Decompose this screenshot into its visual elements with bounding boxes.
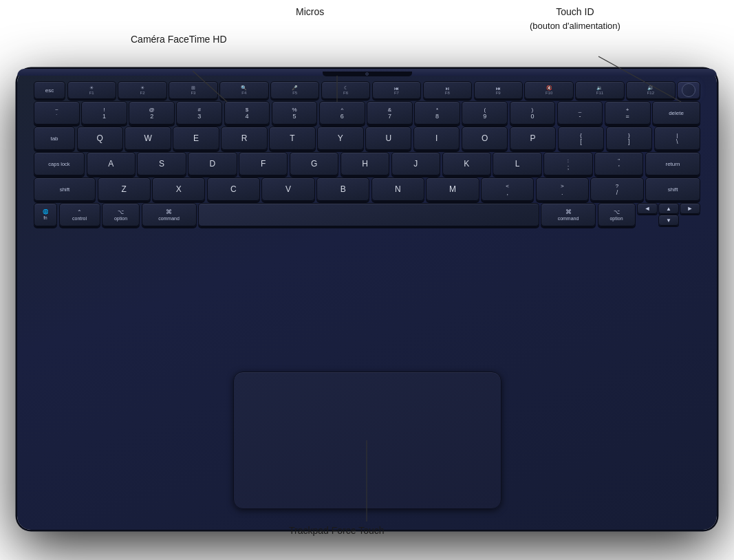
key-option-right[interactable]: ⌥option	[598, 203, 636, 226]
trackpad[interactable]	[233, 371, 501, 509]
key-return[interactable]: return	[645, 152, 700, 175]
zxcv-row: shift Z X C V B N M <, >. ?/ shift	[34, 177, 700, 201]
key-backslash[interactable]: |\	[654, 127, 700, 150]
key-delete[interactable]: delete	[652, 101, 700, 125]
key-o[interactable]: O	[462, 127, 508, 150]
qwerty-row: tab Q W E R T Y U I O P {[ }] |\	[34, 127, 700, 150]
key-t[interactable]: T	[269, 127, 315, 150]
fn-row: esc ☀F1 ☀F2 ⊞F3 🔍F4 🎤F5 ☾F6 ⏮F7 ⏯F8 ⏭F9 …	[34, 81, 700, 99]
key-b[interactable]: B	[316, 177, 369, 201]
key-tab[interactable]: tab	[34, 127, 75, 150]
key-n[interactable]: N	[371, 177, 424, 201]
key-v[interactable]: V	[261, 177, 314, 201]
key-h[interactable]: H	[341, 152, 389, 175]
key-6[interactable]: ^6	[319, 101, 365, 125]
key-control[interactable]: ⌃control	[59, 203, 100, 226]
key-f[interactable]: F	[239, 152, 288, 175]
key-8[interactable]: *8	[414, 101, 460, 125]
key-p[interactable]: P	[510, 127, 556, 150]
key-x[interactable]: X	[152, 177, 205, 201]
key-lbracket[interactable]: {[	[558, 127, 604, 150]
key-left[interactable]: ◄	[637, 203, 658, 214]
key-u[interactable]: U	[365, 127, 411, 150]
key-e[interactable]: E	[173, 127, 219, 150]
key-d[interactable]: D	[188, 152, 237, 175]
key-command-right[interactable]: ⌘command	[541, 203, 596, 226]
label-micros: Micros	[296, 6, 324, 18]
key-comma[interactable]: <,	[481, 177, 534, 201]
key-r[interactable]: R	[221, 127, 267, 150]
key-f9[interactable]: ⏭F9	[474, 81, 523, 99]
key-z[interactable]: Z	[98, 177, 151, 201]
key-fn[interactable]: 🌐fn	[34, 203, 57, 226]
keyboard-region: esc ☀F1 ☀F2 ⊞F3 🔍F4 🎤F5 ☾F6 ⏮F7 ⏯F8 ⏭F9 …	[34, 81, 700, 336]
key-command-left[interactable]: ⌘command	[142, 203, 197, 226]
key-1[interactable]: !1	[81, 101, 127, 125]
key-f7[interactable]: ⏮F7	[372, 81, 421, 99]
key-period[interactable]: >.	[536, 177, 589, 201]
key-rbracket[interactable]: }]	[606, 127, 652, 150]
key-f2[interactable]: ☀F2	[118, 81, 166, 99]
key-f1[interactable]: ☀F1	[67, 81, 116, 99]
key-2[interactable]: @2	[129, 101, 175, 125]
number-row: ~` !1 @2 #3 $4 %5 ^6 &7 *8 (9 )0 _- += d…	[34, 101, 700, 125]
key-option-left[interactable]: ⌥option	[102, 203, 140, 226]
key-f12[interactable]: 🔊F12	[626, 81, 675, 99]
key-f5[interactable]: 🎤F5	[270, 81, 319, 99]
arrow-up-down-group: ▲ ▼	[658, 203, 679, 226]
macbook-body: esc ☀F1 ☀F2 ⊞F3 🔍F4 🎤F5 ☾F6 ⏮F7 ⏯F8 ⏭F9 …	[17, 69, 717, 530]
label-camera: Caméra FaceTime HD	[131, 33, 227, 45]
key-q[interactable]: Q	[77, 127, 123, 150]
key-k[interactable]: K	[442, 152, 491, 175]
key-f3[interactable]: ⊞F3	[169, 81, 217, 99]
key-equals[interactable]: +=	[605, 101, 651, 125]
key-3[interactable]: #3	[176, 101, 222, 125]
arrow-keys-group: ◄ ▲ ▼ ►	[637, 203, 700, 226]
key-slash[interactable]: ?/	[590, 177, 643, 201]
modifier-row: 🌐fn ⌃control ⌥option ⌘command ⌘command ⌥…	[34, 203, 700, 226]
key-c[interactable]: C	[207, 177, 260, 201]
key-4[interactable]: $4	[224, 101, 270, 125]
key-9[interactable]: (9	[462, 101, 508, 125]
asdf-row: caps lock A S D F G H J K L :; "' return	[34, 152, 700, 175]
key-backtick[interactable]: ~`	[34, 101, 80, 125]
key-y[interactable]: Y	[317, 127, 363, 150]
key-s[interactable]: S	[137, 152, 186, 175]
key-m[interactable]: M	[426, 177, 479, 201]
key-down[interactable]: ▼	[658, 215, 679, 226]
key-f11[interactable]: 🔉F11	[575, 81, 624, 99]
key-w[interactable]: W	[125, 127, 171, 150]
touchid-button[interactable]	[677, 81, 700, 99]
key-g[interactable]: G	[290, 152, 338, 175]
label-touchid: Touch ID(bouton d'alimentation)	[530, 6, 620, 32]
key-f6[interactable]: ☾F6	[321, 81, 370, 99]
key-quote[interactable]: "'	[594, 152, 643, 175]
key-5[interactable]: %5	[272, 101, 318, 125]
key-minus[interactable]: _-	[557, 101, 603, 125]
key-i[interactable]: I	[413, 127, 460, 150]
camera-dot	[365, 72, 369, 76]
key-capslock[interactable]: caps lock	[34, 152, 85, 175]
key-f8[interactable]: ⏯F8	[423, 81, 472, 99]
key-semicolon[interactable]: :;	[543, 152, 592, 175]
key-f4[interactable]: 🔍F4	[219, 81, 268, 99]
key-j[interactable]: J	[391, 152, 440, 175]
key-esc[interactable]: esc	[34, 81, 65, 99]
key-right[interactable]: ►	[680, 203, 700, 214]
camera-bar	[323, 72, 412, 76]
key-shift-left[interactable]: shift	[34, 177, 96, 201]
key-a[interactable]: A	[87, 152, 136, 175]
key-7[interactable]: &7	[367, 101, 413, 125]
key-space[interactable]	[198, 203, 539, 226]
key-shift-right[interactable]: shift	[645, 177, 700, 201]
label-trackpad: Trackpad Force Touch	[289, 524, 385, 537]
key-f10[interactable]: 🔇F10	[524, 81, 573, 99]
key-l[interactable]: L	[493, 152, 541, 175]
macbook-container: esc ☀F1 ☀F2 ⊞F3 🔍F4 🎤F5 ☾F6 ⏮F7 ⏯F8 ⏭F9 …	[17, 69, 717, 530]
key-up[interactable]: ▲	[658, 203, 679, 214]
key-0[interactable]: )0	[510, 101, 556, 125]
